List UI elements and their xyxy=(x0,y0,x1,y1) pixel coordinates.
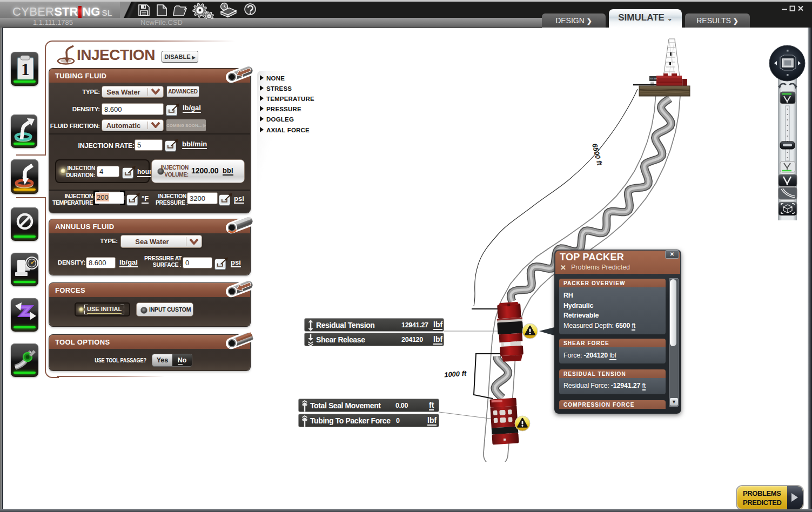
svg-text:1000 ft: 1000 ft xyxy=(444,369,467,379)
svg-text:1: 1 xyxy=(21,59,30,79)
svg-text:S/X MAC: S/X MAC xyxy=(650,78,659,80)
